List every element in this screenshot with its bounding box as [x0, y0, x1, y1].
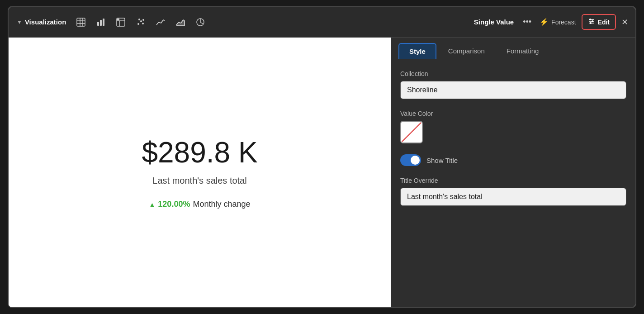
settings-panel: Style Comparison Formatting Collection V… — [391, 38, 635, 307]
metric-label: Last month's sales total — [152, 176, 246, 186]
change-arrow-icon: ▲ — [149, 201, 155, 208]
show-title-label: Show Title — [426, 157, 458, 164]
value-color-label: Value Color — [400, 110, 626, 117]
toggle-knob — [411, 156, 420, 165]
app-frame: ▼ Visualization — [8, 6, 636, 308]
metric-value: $289.8 K — [142, 136, 257, 169]
show-title-row: Show Title — [400, 154, 626, 166]
collection-field-group: Collection — [400, 70, 626, 99]
svg-rect-7 — [103, 19, 104, 26]
title-override-label: Title Override — [400, 177, 626, 184]
value-color-swatch[interactable] — [400, 121, 423, 143]
svg-point-14 — [142, 19, 144, 21]
forecast-btn[interactable]: ⚡ Forecast — [536, 18, 579, 26]
tab-comparison[interactable]: Comparison — [438, 43, 495, 59]
forecast-icon: ⚡ — [540, 18, 549, 26]
svg-point-13 — [140, 20, 142, 22]
viz-panel: $289.8 K Last month's sales total ▲ 120.… — [9, 38, 391, 307]
svg-point-16 — [142, 23, 144, 24]
tab-formatting[interactable]: Formatting — [497, 43, 549, 59]
svg-line-26 — [402, 123, 421, 142]
line-chart-icon-btn[interactable] — [152, 14, 169, 31]
area-chart-icon-btn[interactable] — [172, 14, 189, 31]
settings-tabs: Style Comparison Formatting — [391, 38, 635, 59]
more-options-btn[interactable]: ••• — [520, 17, 534, 27]
collection-input[interactable] — [400, 81, 626, 99]
visualization-label: ▼ Visualization — [13, 18, 70, 26]
metric-change: ▲ 120.00% Monthly change — [149, 200, 250, 209]
title-override-field-group: Title Override — [400, 177, 626, 206]
sliders-icon — [588, 18, 595, 26]
chevron-icon: ▼ — [17, 19, 22, 25]
close-btn[interactable]: ✕ — [619, 17, 631, 27]
forecast-label: Forecast — [551, 19, 576, 26]
value-color-field-group: Value Color — [400, 110, 626, 143]
table-icon-btn[interactable] — [72, 14, 90, 31]
viz-label-text: Visualization — [25, 18, 66, 26]
single-value-label: Single Value — [469, 18, 518, 26]
title-override-input[interactable] — [400, 188, 626, 206]
svg-rect-11 — [117, 19, 119, 20]
svg-point-12 — [137, 23, 139, 25]
svg-point-24 — [592, 20, 593, 22]
pie-chart-icon-btn[interactable] — [192, 14, 209, 31]
bar-chart-icon-btn[interactable] — [92, 14, 109, 31]
toolbar-right: Single Value ••• ⚡ Forecast Edi — [469, 14, 631, 30]
svg-point-23 — [589, 19, 591, 20]
settings-body: Collection Value Color — [391, 59, 635, 217]
svg-rect-0 — [77, 18, 85, 26]
svg-point-25 — [590, 22, 592, 24]
edit-btn[interactable]: Edit — [582, 14, 616, 30]
collection-label: Collection — [400, 70, 626, 77]
toolbar-left: ▼ Visualization — [13, 14, 467, 31]
main-area: $289.8 K Last month's sales total ▲ 120.… — [9, 38, 635, 307]
svg-rect-6 — [100, 20, 102, 26]
scatter-icon-btn[interactable] — [132, 14, 149, 31]
change-label: Monthly change — [193, 200, 250, 209]
tab-style[interactable]: Style — [398, 43, 436, 59]
svg-point-15 — [138, 19, 140, 20]
pivot-icon-btn[interactable] — [112, 14, 129, 31]
change-pct: 120.00% — [158, 200, 190, 209]
edit-label: Edit — [598, 19, 610, 26]
show-title-toggle[interactable] — [400, 154, 421, 166]
svg-rect-5 — [97, 22, 99, 26]
svg-line-19 — [200, 22, 203, 24]
toolbar: ▼ Visualization — [9, 7, 635, 38]
